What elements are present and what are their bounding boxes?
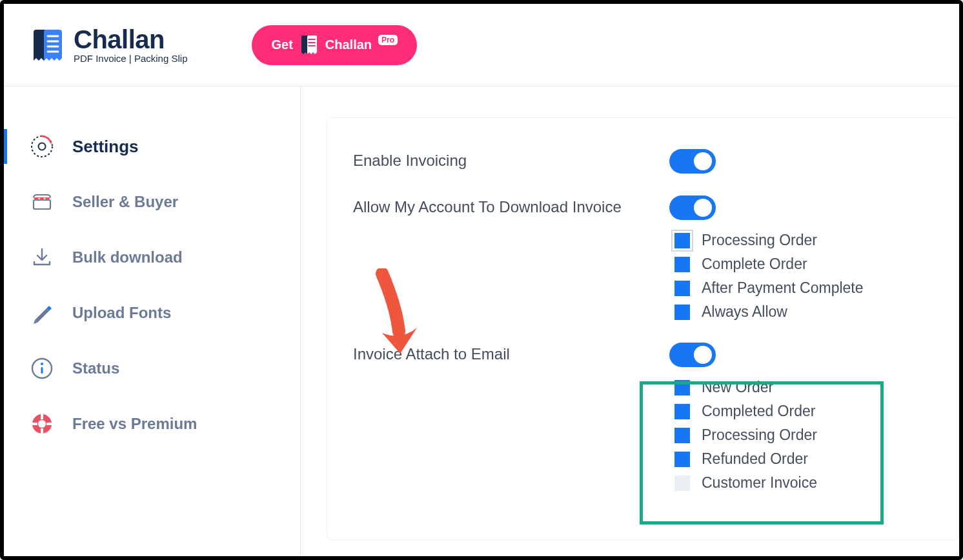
option-label: Always Allow: [702, 303, 787, 321]
sidebar-item-status[interactable]: Status: [4, 341, 300, 396]
get-pro-button[interactable]: Get Challan Pro: [252, 25, 417, 65]
sidebar-item-label: Bulk download: [72, 248, 183, 266]
svg-point-8: [39, 143, 46, 150]
download-option[interactable]: Processing Order: [674, 232, 864, 249]
sidebar-item-seller-buyer[interactable]: Seller & Buyer: [4, 174, 300, 230]
get-pro-get-label: Get: [271, 37, 292, 52]
email-option[interactable]: Processing Order: [674, 426, 817, 444]
checkbox-icon: [674, 475, 690, 491]
email-options-group: New OrderCompleted OrderProcessing Order…: [674, 379, 817, 492]
email-option[interactable]: Customer Invoice: [674, 474, 817, 492]
option-label: Completed Order: [702, 403, 815, 420]
checkbox-icon: [674, 452, 690, 467]
sidebar-item-label: Status: [72, 359, 119, 377]
sidebar: Settings Seller & Buyer: [4, 86, 301, 556]
option-label: Customer Invoice: [702, 474, 817, 492]
email-option[interactable]: Completed Order: [674, 403, 817, 420]
setting-label: Enable Invoicing: [353, 149, 656, 170]
brand-tagline: PDF Invoice | Packing Slip: [74, 54, 187, 63]
checkbox-icon: [674, 428, 690, 443]
brand: Challan PDF Invoice | Packing Slip: [28, 26, 187, 65]
email-option[interactable]: New Order: [674, 379, 817, 396]
store-icon: [30, 190, 54, 214]
pen-icon: [30, 301, 54, 325]
checkbox-icon: [674, 257, 690, 272]
option-label: Processing Order: [702, 232, 817, 249]
setting-allow-download: Allow My Account To Download Invoice Pro…: [353, 195, 933, 321]
lifebuoy-icon: [30, 412, 54, 436]
download-option[interactable]: Complete Order: [674, 255, 864, 273]
receipt-icon: [299, 34, 319, 56]
sidebar-item-label: Upload Fonts: [72, 304, 171, 322]
setting-attach-email: Invoice Attach to Email New OrderComplet…: [353, 343, 933, 492]
option-label: After Payment Complete: [702, 279, 864, 297]
svg-point-14: [38, 420, 46, 428]
setting-label: Invoice Attach to Email: [353, 343, 656, 363]
svg-rect-9: [34, 200, 50, 209]
sidebar-item-upload-fonts[interactable]: Upload Fonts: [4, 285, 300, 341]
option-label: New Order: [702, 379, 773, 396]
get-pro-name-label: Challan: [325, 37, 372, 52]
sidebar-item-label: Seller & Buyer: [72, 193, 178, 211]
download-icon: [30, 245, 54, 270]
pro-badge: Pro: [378, 35, 398, 45]
download-option[interactable]: After Payment Complete: [674, 279, 864, 297]
brand-name: Challan: [74, 26, 187, 52]
option-label: Processing Order: [702, 426, 817, 444]
gear-icon: [30, 134, 54, 159]
svg-rect-12: [41, 367, 43, 374]
sidebar-item-settings[interactable]: Settings: [4, 119, 300, 174]
setting-label: Allow My Account To Download Invoice: [353, 195, 656, 216]
app-header: Challan PDF Invoice | Packing Slip Get C…: [4, 4, 959, 86]
checkbox-icon: [674, 380, 690, 395]
settings-card: Enable Invoicing Allow My Account To Dow…: [327, 117, 959, 540]
option-label: Refunded Order: [702, 450, 808, 468]
checkbox-icon: [674, 233, 690, 248]
checkbox-icon: [674, 281, 690, 296]
download-option[interactable]: Always Allow: [674, 303, 864, 321]
toggle-attach-email[interactable]: [669, 343, 716, 367]
sidebar-item-bulk-download[interactable]: Bulk download: [4, 230, 300, 285]
option-label: Complete Order: [702, 255, 807, 273]
sidebar-item-label: Free vs Premium: [72, 415, 197, 433]
main-content: Enable Invoicing Allow My Account To Dow…: [301, 86, 959, 556]
brand-icon: [28, 26, 67, 65]
sidebar-item-free-vs-premium[interactable]: Free vs Premium: [4, 396, 300, 452]
info-icon: [30, 356, 54, 381]
checkbox-icon: [674, 305, 690, 320]
download-options-group: Processing OrderComplete OrderAfter Paym…: [674, 232, 864, 321]
svg-point-11: [41, 363, 43, 365]
email-option[interactable]: Refunded Order: [674, 450, 817, 468]
toggle-allow-download[interactable]: [669, 195, 716, 220]
sidebar-item-label: Settings: [72, 137, 139, 157]
toggle-enable-invoicing[interactable]: [669, 149, 716, 174]
checkbox-icon: [674, 404, 690, 419]
setting-enable-invoicing: Enable Invoicing: [353, 149, 933, 174]
